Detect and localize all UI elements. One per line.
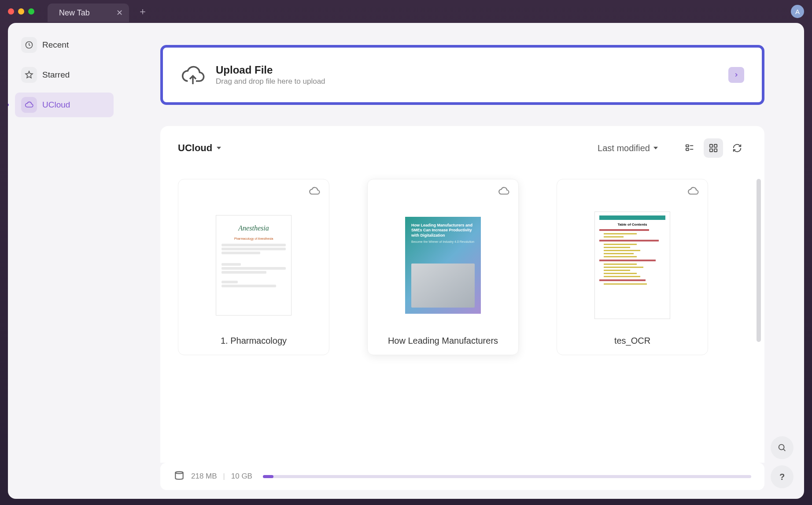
storage-divider: | <box>223 472 225 480</box>
file-thumbnail: Anesthesia Pharmacology of Anesthesia <box>187 199 320 331</box>
maximize-window-button[interactable] <box>28 8 34 15</box>
upload-subtitle: Drag and drop file here to upload <box>216 77 718 86</box>
sidebar: Recent Starred UCloud <box>8 23 121 499</box>
file-thumbnail: How Leading Manufacturers and SMEs Can I… <box>376 199 509 331</box>
sidebar-item-label: UCloud <box>42 100 70 110</box>
file-card[interactable]: Table of Contents tes_OCR <box>557 179 708 355</box>
grid-view-button[interactable] <box>704 138 723 158</box>
file-grid: Anesthesia Pharmacology of Anesthesia 1.… <box>160 166 764 463</box>
browser-tab[interactable]: New Tab ✕ <box>48 4 129 22</box>
scrollbar[interactable] <box>757 179 761 342</box>
sort-label: Last modified <box>598 143 650 153</box>
location-label: UCloud <box>178 142 212 154</box>
sidebar-item-starred[interactable]: Starred <box>15 63 114 87</box>
cloud-status-icon <box>498 186 509 199</box>
storage-progress-fill <box>263 475 273 478</box>
svg-rect-8 <box>714 149 717 152</box>
sort-dropdown[interactable]: Last modified <box>598 143 658 153</box>
svg-rect-2 <box>686 149 689 151</box>
upload-text: Upload File Drag and drop file here to u… <box>216 64 718 86</box>
list-view-button[interactable] <box>680 138 699 158</box>
location-dropdown[interactable]: UCloud <box>178 142 221 154</box>
svg-rect-1 <box>686 145 689 147</box>
view-controls <box>680 138 747 158</box>
close-window-button[interactable] <box>8 8 14 15</box>
new-tab-button[interactable]: ＋ <box>138 5 148 18</box>
star-icon <box>21 67 37 83</box>
refresh-button[interactable] <box>727 138 747 158</box>
svg-rect-5 <box>710 145 712 147</box>
sidebar-item-recent[interactable]: Recent <box>15 33 114 57</box>
svg-rect-6 <box>714 145 717 147</box>
help-icon: ? <box>779 472 785 482</box>
sidebar-item-label: Starred <box>42 70 70 80</box>
floating-actions: ? <box>771 436 794 488</box>
storage-icon <box>173 470 185 483</box>
upload-title: Upload File <box>216 64 718 76</box>
sidebar-item-ucloud[interactable]: UCloud <box>15 93 114 117</box>
file-name: tes_OCR <box>566 331 699 346</box>
content-area: Upload File Drag and drop file here to u… <box>121 23 804 499</box>
avatar-letter: A <box>795 8 800 15</box>
avatar[interactable]: A <box>791 5 804 18</box>
svg-line-10 <box>783 449 785 451</box>
help-button[interactable]: ? <box>771 465 794 488</box>
cloud-icon <box>21 97 37 113</box>
storage-progress <box>263 475 751 478</box>
cloud-status-icon <box>309 186 320 199</box>
sidebar-item-label: Recent <box>42 40 69 50</box>
file-name: 1. Pharmacology <box>187 331 320 346</box>
upload-cloud-icon <box>181 63 205 87</box>
file-toolbar: UCloud Last modified <box>160 126 764 166</box>
window-controls <box>8 8 34 15</box>
title-bar: New Tab ✕ ＋ A <box>0 0 812 23</box>
clock-icon <box>21 37 37 53</box>
chevron-down-icon <box>217 147 221 149</box>
search-button[interactable] <box>771 436 794 459</box>
minimize-window-button[interactable] <box>18 8 24 15</box>
tab-title: New Tab <box>59 8 90 18</box>
upload-expand-button[interactable] <box>728 67 744 83</box>
file-card[interactable]: How Leading Manufacturers and SMEs Can I… <box>367 179 519 355</box>
file-thumbnail: Table of Contents <box>566 199 699 331</box>
upload-dropzone[interactable]: Upload File Drag and drop file here to u… <box>160 45 764 105</box>
svg-rect-7 <box>710 149 712 152</box>
file-card[interactable]: Anesthesia Pharmacology of Anesthesia 1.… <box>178 179 329 355</box>
storage-used: 218 MB <box>191 472 217 481</box>
storage-bar: 218 MB | 10 GB <box>160 463 764 490</box>
close-tab-icon[interactable]: ✕ <box>116 8 123 18</box>
main-window: Recent Starred UCloud Upload File Drag a… <box>8 23 804 499</box>
chevron-down-icon <box>653 147 658 149</box>
file-name: How Leading Manufacturers <box>376 331 509 346</box>
storage-total: 10 GB <box>231 472 252 481</box>
svg-point-9 <box>779 445 784 450</box>
cloud-status-icon <box>687 186 699 199</box>
